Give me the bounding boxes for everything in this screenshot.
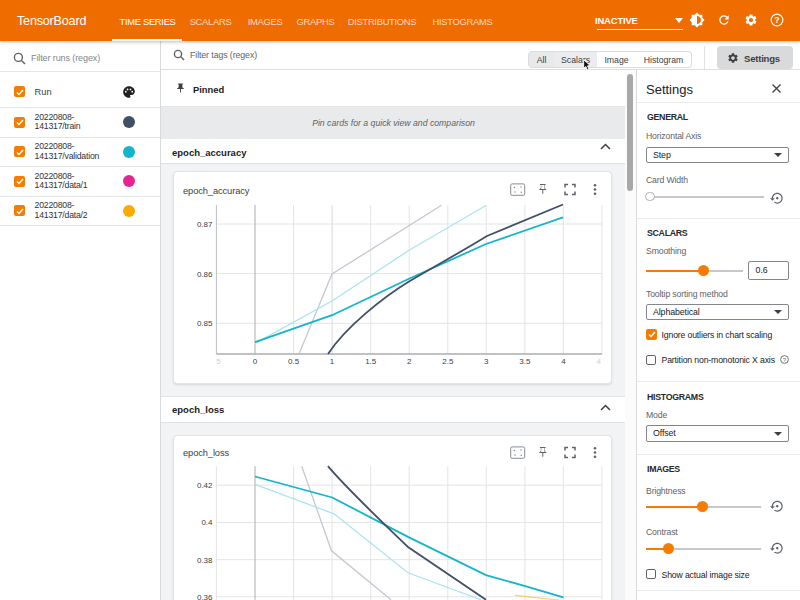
svg-text:0.5: 0.5 — [288, 357, 300, 366]
svg-text:?: ? — [775, 16, 780, 25]
svg-text:0.42: 0.42 — [197, 481, 213, 490]
svg-text:?: ? — [783, 357, 787, 363]
svg-text:4: 4 — [597, 357, 602, 366]
svg-text:2.5: 2.5 — [442, 357, 454, 366]
svg-text:3: 3 — [484, 357, 489, 366]
svg-text:0.4: 0.4 — [201, 519, 213, 528]
svg-text:0: 0 — [253, 357, 258, 366]
svg-text:0.86: 0.86 — [197, 270, 213, 279]
svg-text:4: 4 — [561, 357, 566, 366]
svg-text:0.87: 0.87 — [197, 220, 213, 229]
svg-text:0.38: 0.38 — [197, 556, 213, 565]
svg-text:0.36: 0.36 — [197, 593, 213, 600]
svg-text:3.5: 3.5 — [519, 357, 531, 366]
svg-text:1: 1 — [330, 357, 335, 366]
svg-text:1.5: 1.5 — [365, 357, 377, 366]
svg-text:2: 2 — [407, 357, 412, 366]
svg-text:0.85: 0.85 — [197, 319, 213, 328]
svg-text:5: 5 — [216, 357, 221, 366]
